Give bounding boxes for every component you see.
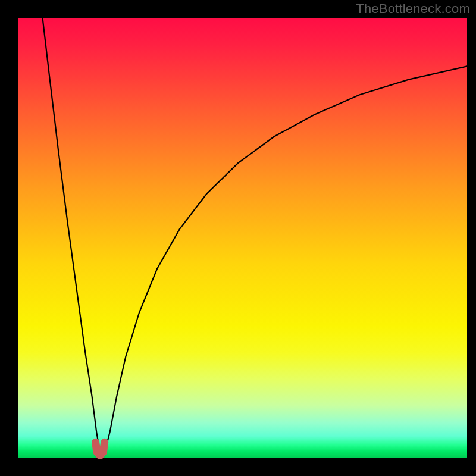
chart-frame: TheBottleneck.com	[0, 0, 476, 476]
chart-minimum-marker	[18, 18, 467, 458]
watermark-label: TheBottleneck.com	[356, 1, 470, 17]
